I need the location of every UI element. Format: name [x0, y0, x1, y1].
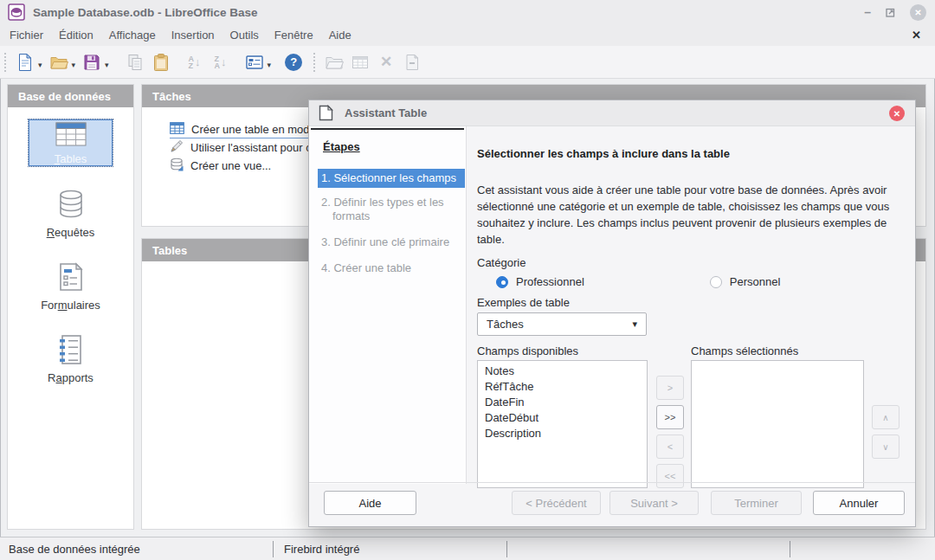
- toolbar: ▾ ▾ ▾ AZ ↓ ZA ↓ ▾ ?: [0, 46, 935, 79]
- menu-outils[interactable]: Outils: [222, 29, 267, 42]
- status-database-type: Base de données intégrée: [9, 543, 140, 556]
- steps-divider: [311, 128, 464, 130]
- move-right-button: >: [656, 376, 684, 400]
- previous-button: < Précédent: [512, 491, 601, 515]
- dialog-titlebar[interactable]: Assistant Table ✕: [309, 100, 915, 126]
- sort-ascending-icon: AZ ↓: [184, 51, 205, 74]
- category-label: Catégorie: [477, 256, 526, 269]
- app-window: Sample Database.odb - LibreOffice Base –…: [0, 0, 935, 560]
- tables-panel-title: Tables: [152, 244, 187, 257]
- radio-professionnel[interactable]: [496, 276, 508, 288]
- delete-icon: ✕: [376, 51, 397, 74]
- available-fields-list[interactable]: Notes RéfTâche DateFin DateDébut Descrip…: [477, 360, 648, 488]
- paste-icon[interactable]: [151, 51, 171, 74]
- new-document-icon[interactable]: [15, 51, 35, 74]
- list-item[interactable]: Description: [478, 426, 647, 441]
- sort-descending-icon: ZA ↓: [210, 51, 231, 74]
- sidebar-item-rapports[interactable]: Rapports: [48, 334, 94, 384]
- page-title: Sélectionner les champs à inclure dans l…: [477, 147, 730, 160]
- selected-fields-label: Champs sélectionnés: [691, 344, 798, 357]
- selected-fields-list[interactable]: [691, 360, 864, 488]
- toolbar-grip[interactable]: [4, 53, 8, 72]
- wizard-steps-pane: Étapes 1. Sélectionner les champs 2. Déf…: [309, 126, 467, 484]
- sidebar-item-label: Rapports: [48, 371, 94, 384]
- menu-aide[interactable]: Aide: [321, 29, 359, 42]
- sidebar-item-formulaires[interactable]: Formulaires: [41, 261, 100, 312]
- rename-object-icon: [402, 51, 422, 74]
- list-item[interactable]: Notes: [478, 364, 647, 379]
- list-item[interactable]: DateDébut: [478, 410, 647, 426]
- steps-heading: Étapes: [323, 140, 466, 153]
- menu-fichier[interactable]: Fichier: [2, 29, 51, 42]
- toolbar-grip[interactable]: [313, 53, 317, 72]
- open-database-object-icon: [324, 51, 345, 74]
- help-icon[interactable]: ?: [283, 51, 304, 74]
- radio-personnel[interactable]: [710, 276, 722, 288]
- sidebar-item-label: Requêtes: [47, 226, 95, 239]
- table-icon: [170, 122, 184, 137]
- move-left-button: <: [656, 434, 684, 459]
- move-up-button: ∧: [872, 405, 900, 429]
- copy-icon: [125, 51, 145, 74]
- available-fields-label: Champs disponibles: [477, 344, 578, 357]
- view-icon: [170, 158, 184, 174]
- task-label: Créer une table en mode: [191, 123, 316, 136]
- finish-button: Terminer: [711, 491, 802, 515]
- database-sidebar: Base de données Tables Requêtes Formulai…: [7, 84, 134, 530]
- task-create-table-design[interactable]: Créer une table en mode: [170, 120, 321, 138]
- sidebar-item-tables[interactable]: Tables: [29, 119, 113, 166]
- restore-button[interactable]: [885, 7, 896, 18]
- window-title: Sample Database.odb - LibreOffice Base: [33, 6, 258, 19]
- sidebar-title: Base de données: [18, 90, 111, 103]
- form-view-dropdown-icon[interactable]: ▾: [268, 61, 272, 69]
- save-dropdown-icon[interactable]: ▾: [105, 61, 109, 69]
- dialog-button-bar: Aide < Précédent Suivant > Terminer Annu…: [309, 482, 915, 526]
- wizard-content: Sélectionner les champs à inclure dans l…: [467, 126, 917, 484]
- wizard-step-2[interactable]: 2. Définir les types et les formats: [318, 193, 465, 226]
- dialog-document-icon: [318, 105, 334, 121]
- libreoffice-base-app-icon: [8, 3, 25, 21]
- table-examples-select[interactable]: Tâches ▾: [477, 312, 647, 336]
- list-item[interactable]: RéfTâche: [478, 379, 647, 395]
- menu-insertion[interactable]: Insertion: [164, 29, 222, 42]
- move-down-button: ∨: [872, 434, 900, 459]
- wizard-step-4[interactable]: 4. Créer une table: [318, 259, 465, 278]
- menu-edition[interactable]: Édition: [51, 29, 101, 42]
- minimize-button[interactable]: –: [864, 5, 871, 19]
- task-label: Utiliser l'assistant pour cr: [190, 141, 315, 154]
- edit-table-icon: [350, 51, 371, 74]
- close-document-icon[interactable]: ✕: [912, 29, 921, 42]
- menu-fenetre[interactable]: Fenêtre: [267, 29, 321, 42]
- tables-icon: [54, 121, 88, 150]
- sidebar-item-label: Formulaires: [41, 299, 100, 312]
- cancel-button[interactable]: Annuler: [813, 491, 905, 515]
- status-divider: [790, 541, 790, 557]
- wizard-pencil-icon: [170, 139, 184, 156]
- table-wizard-dialog: Assistant Table ✕ Étapes 1. Sélectionner…: [308, 100, 916, 527]
- forms-icon: [55, 261, 86, 295]
- open-file-dropdown-icon[interactable]: ▾: [72, 61, 76, 69]
- radio-professionnel-label[interactable]: Professionnel: [516, 275, 584, 288]
- table-examples-label: Exemples de table: [477, 296, 570, 309]
- status-divider: [273, 541, 274, 557]
- table-examples-value: Tâches: [487, 318, 524, 331]
- wizard-step-1[interactable]: 1. Sélectionner les champs: [318, 169, 465, 188]
- sidebar-header: Base de données: [8, 85, 133, 107]
- help-button[interactable]: Aide: [324, 491, 416, 515]
- radio-personnel-label[interactable]: Personnel: [730, 275, 781, 288]
- move-all-right-button[interactable]: >>: [656, 405, 684, 429]
- menubar: Fichier Édition Affichage Insertion Outi…: [0, 24, 935, 46]
- dialog-title: Assistant Table: [345, 106, 427, 119]
- menu-affichage[interactable]: Affichage: [101, 29, 164, 42]
- reports-icon: [55, 334, 86, 368]
- task-label: Créer une vue...: [190, 159, 271, 172]
- new-document-dropdown-icon[interactable]: ▾: [38, 61, 42, 69]
- sidebar-item-requetes[interactable]: Requêtes: [47, 189, 95, 239]
- open-file-icon[interactable]: [48, 51, 69, 74]
- form-view-icon[interactable]: [244, 51, 265, 74]
- save-icon[interactable]: [81, 51, 102, 74]
- close-button[interactable]: ✕: [910, 4, 926, 21]
- wizard-step-3[interactable]: 3. Définir une clé primaire: [318, 233, 465, 252]
- list-item[interactable]: DateFin: [478, 395, 647, 410]
- dialog-close-icon[interactable]: ✕: [889, 106, 905, 121]
